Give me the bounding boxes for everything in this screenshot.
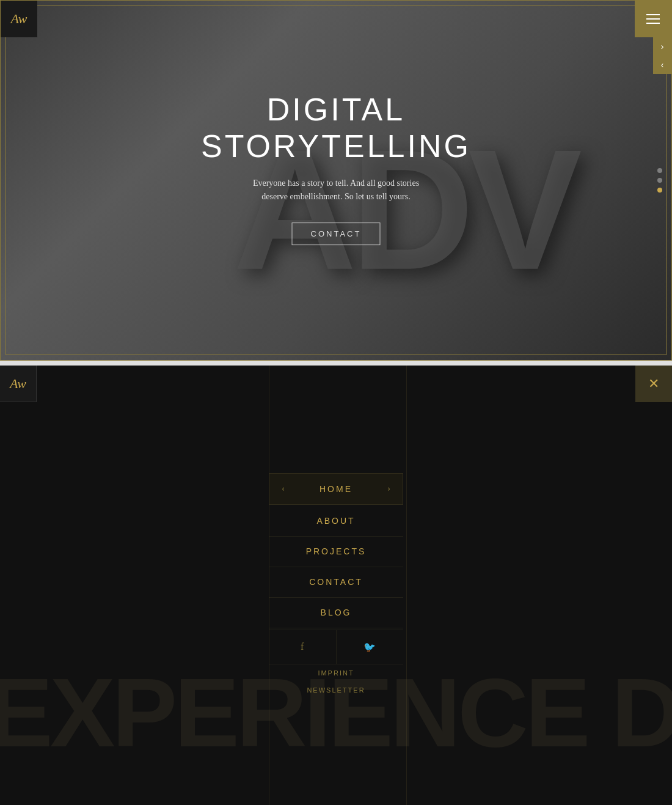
slide-dots <box>657 168 662 193</box>
menu-item-blog[interactable]: BLOG <box>269 598 403 628</box>
facebook-icon: f <box>301 641 304 652</box>
twitter-button[interactable]: 🐦 <box>337 630 404 664</box>
menu-home-label: HOME <box>297 484 375 494</box>
section-divider <box>0 361 672 366</box>
hero-subtitle: Everyone has a story to tell. And all go… <box>169 177 504 204</box>
menu-contact-label: CONTACT <box>309 577 363 587</box>
menu-overlay-section: EXPERIENCE DESIGN Aw ✕ ‹ HOME › ABOUT PR… <box>0 366 672 805</box>
hero-content: DIGITAL STORYTELLING Everyone has a stor… <box>169 91 504 245</box>
logo[interactable]: Aw <box>1 1 37 37</box>
menu-blog-label: BLOG <box>321 608 352 617</box>
hero-title: DIGITAL STORYTELLING <box>169 91 504 164</box>
dot-1[interactable] <box>657 168 662 173</box>
menu-item-about[interactable]: ABOUT <box>269 506 403 537</box>
footer-links: IMPRINT NEWSLETTER <box>269 664 403 699</box>
bottom-logo-text: Aw <box>10 376 26 392</box>
next-slide-button[interactable]: › <box>653 37 671 56</box>
menu-about-label: ABOUT <box>316 516 355 526</box>
menu-next-arrow[interactable]: › <box>375 474 403 504</box>
border-left <box>5 6 6 355</box>
imprint-link[interactable]: IMPRINT <box>318 664 354 682</box>
menu-prev-arrow[interactable]: ‹ <box>269 474 297 504</box>
hamburger-button[interactable] <box>635 1 671 37</box>
hamburger-icon <box>646 14 660 24</box>
close-icon: ✕ <box>648 377 659 391</box>
menu-item-contact[interactable]: CONTACT <box>269 567 403 598</box>
dot-3[interactable] <box>657 188 662 193</box>
twitter-icon: 🐦 <box>363 641 376 653</box>
logo-text: Aw <box>11 11 27 27</box>
menu-navigation: ‹ HOME › ABOUT PROJECTS CONTACT BLOG <box>269 473 403 699</box>
menu-item-projects[interactable]: PROJECTS <box>269 537 403 567</box>
bottom-logo[interactable]: Aw <box>0 366 37 402</box>
newsletter-link[interactable]: NEWSLETTER <box>307 682 365 699</box>
menu-item-home[interactable]: ‹ HOME › <box>269 473 403 505</box>
close-menu-button[interactable]: ✕ <box>635 366 672 402</box>
menu-projects-label: PROJECTS <box>306 546 367 556</box>
hero-contact-button[interactable]: CONTACT <box>292 222 381 245</box>
hero-section: ADV Aw › ‹ DIGITAL STORYTELLING Everyone… <box>0 0 672 361</box>
prev-slide-button[interactable]: ‹ <box>653 56 671 74</box>
border-bottom <box>5 355 667 355</box>
slide-navigation: › ‹ <box>653 37 671 74</box>
dot-2[interactable] <box>657 178 662 183</box>
facebook-button[interactable]: f <box>269 630 337 664</box>
border-top <box>5 6 667 6</box>
menu-panel: ‹ HOME › ABOUT PROJECTS CONTACT BLOG <box>0 366 672 805</box>
social-links: f 🐦 <box>269 630 403 664</box>
